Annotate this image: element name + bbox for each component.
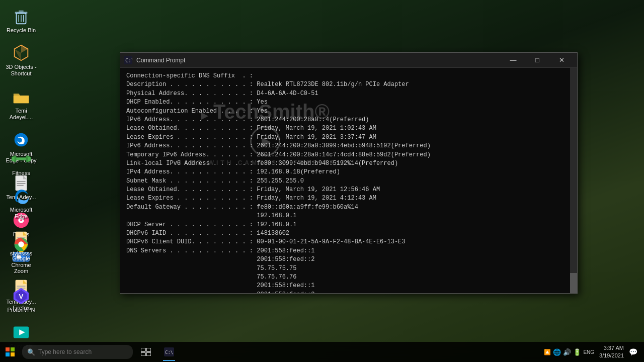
cmd-title-text: Command Prompt (136, 57, 502, 64)
desktop-icon-msedge[interactable]: Microsoft Edge (3, 184, 39, 222)
cmd-controls: — □ ✕ (502, 53, 573, 68)
desktop-icon-label: Recycle Bin (7, 27, 36, 34)
desktop-icon-label: 3D Objects - Shortcut (5, 64, 37, 77)
tray-chevron[interactable]: 🔼 (544, 349, 551, 355)
notification-button[interactable]: 💬 (626, 342, 640, 362)
svg-rect-55 (141, 352, 145, 356)
clock-date: 3/19/2021 (599, 352, 624, 359)
desktop-icon-temi1[interactable]: Temi AdeyeL... (3, 84, 39, 123)
cmd-content-area: Connection-specific DNS Suffix . : Descr… (120, 68, 577, 293)
svg-point-37 (19, 242, 24, 247)
svg-rect-2 (19, 11, 24, 13)
svg-rect-49 (6, 347, 10, 351)
taskbar-right: 🔼 🌐 🔊 🔋 ENG 3:37 AM 3/19/2021 💬 (544, 342, 644, 362)
search-icon: 🔍 (27, 348, 35, 356)
tray-volume[interactable]: 🔊 (563, 348, 571, 356)
svg-rect-54 (146, 348, 151, 351)
desktop-icon-label: Fitness (12, 170, 30, 176)
svg-text:C:\: C:\ (125, 58, 132, 63)
tray-network[interactable]: 🌐 (553, 348, 561, 356)
svg-rect-56 (146, 352, 151, 356)
svg-text:C:\: C:\ (165, 350, 173, 355)
cmd-titlebar: C:\ Command Prompt — □ ✕ (120, 53, 577, 68)
cmd-minimize-button[interactable]: — (502, 53, 525, 68)
svg-marker-7 (21, 45, 28, 53)
search-input[interactable] (38, 348, 128, 355)
start-button[interactable] (0, 342, 20, 362)
desktop-icon-label: Google Chrome (5, 255, 37, 268)
svg-text:V: V (19, 293, 24, 300)
desktop-icon-fitness[interactable]: Fitness (3, 147, 39, 178)
desktop-icon-chrome[interactable]: Google Chrome (3, 232, 39, 270)
svg-rect-51 (6, 352, 10, 356)
cmd-output[interactable]: Connection-specific DNS Suffix . : Descr… (120, 68, 570, 293)
cmd-close-button[interactable]: ✕ (550, 53, 573, 68)
svg-rect-52 (11, 352, 15, 356)
cmd-icon: C:\ (124, 56, 132, 64)
svg-rect-9 (14, 96, 29, 103)
clock-time: 3:37 AM (599, 344, 624, 352)
tray-keyboard: ENG (583, 349, 594, 355)
desktop: Recycle Bin 3D Objects - Shortcut Tem (0, 0, 644, 362)
taskbar-taskview-button[interactable] (135, 342, 157, 362)
desktop-icon-protonvpn[interactable]: V ProtonVPN (3, 284, 39, 315)
desktop-icon-recycle-bin[interactable]: Recycle Bin (3, 4, 39, 36)
taskbar-cmd-item[interactable]: C:\ (157, 342, 181, 362)
svg-rect-28 (12, 156, 15, 161)
desktop-icon-3d-objects[interactable]: 3D Objects - Shortcut (3, 41, 39, 79)
taskbar: 🔍 C:\ 🔼 🌐 🔊 🔋 (0, 342, 644, 362)
desktop-icon-label: Microsoft Edge (5, 207, 37, 220)
tray-area: 🔼 🌐 🔊 🔋 ENG (544, 348, 594, 356)
scrollbar-thumb[interactable] (570, 273, 577, 293)
svg-rect-29 (28, 156, 31, 161)
desktop-icon-label: Temi AdeyeL... (5, 108, 37, 121)
tray-battery[interactable]: 🔋 (573, 348, 581, 356)
cmd-window: C:\ Command Prompt — □ ✕ Connection-spec… (120, 52, 578, 294)
taskbar-search-box[interactable]: 🔍 (22, 345, 133, 359)
svg-rect-53 (141, 348, 145, 351)
cmd-maximize-button[interactable]: □ (526, 53, 549, 68)
taskbar-clock[interactable]: 3:37 AM 3/19/2021 (596, 344, 624, 360)
desktop-icon-label: ProtonVPN (7, 307, 35, 313)
cmd-scrollbar[interactable] (570, 68, 577, 293)
svg-rect-50 (11, 347, 15, 351)
